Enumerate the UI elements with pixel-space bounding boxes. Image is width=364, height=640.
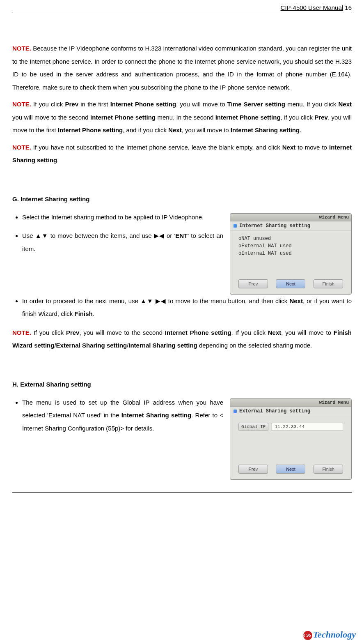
prev-button[interactable]: Prev — [238, 465, 268, 474]
note-label: NOTE. — [12, 144, 31, 151]
wizard-menu-title: Wizard Menu — [230, 214, 351, 221]
finish-button[interactable]: Finish — [314, 465, 343, 474]
list-item: In order to proceed to the next menu, us… — [22, 295, 352, 320]
global-ip-label: Global IP — [238, 423, 268, 431]
brand-logo: C&ITechnology — [303, 629, 356, 640]
section-h-title: H. External Sharing setting — [12, 381, 352, 388]
note-3: NOTE. If you have not subscribed to the … — [12, 141, 352, 167]
note-label: NOTE. — [12, 45, 31, 52]
dialog-heading: External Sharing setting — [230, 407, 351, 416]
manual-title: CIP-4500 User Manual — [281, 4, 343, 11]
prev-button[interactable]: Prev — [238, 279, 268, 288]
next-button[interactable]: Next — [276, 279, 305, 288]
option-internal-nat[interactable]: oInternal NAT used — [238, 250, 343, 257]
dialog-heading: Internet Sharing setting — [230, 221, 351, 231]
list-item: Use ▲▼ to move between the items, and us… — [22, 229, 223, 255]
logo-icon: C&I — [303, 631, 312, 640]
note-label: NOTE. — [12, 329, 31, 336]
page-number: 16 — [345, 4, 352, 11]
internet-sharing-screenshot: Wizard Menu Internet Sharing setting oNA… — [230, 213, 352, 295]
list-item: The menu is used to set up the Global IP… — [22, 396, 223, 435]
bullet-icon — [234, 224, 237, 228]
logo-text: Technology — [313, 629, 356, 640]
section-g-note: NOTE. If you click Prev, you will move t… — [12, 326, 352, 352]
external-sharing-screenshot: Wizard Menu External Sharing setting Glo… — [230, 398, 352, 480]
page-header: CIP-4500 User Manual 16 — [12, 4, 352, 13]
wizard-menu-title: Wizard Menu — [230, 399, 351, 407]
option-nat-unused[interactable]: oNAT unused — [238, 235, 343, 242]
note-2: NOTE. If you click Prev in the first Int… — [12, 98, 352, 137]
section-g-title: G. Internet Sharing setting — [12, 196, 352, 203]
note-label: NOTE. — [12, 101, 31, 108]
option-external-nat[interactable]: oExternal NAT used — [238, 242, 343, 250]
next-button[interactable]: Next — [276, 465, 305, 474]
list-item: Select the Internet sharing method to be… — [22, 211, 223, 224]
global-ip-field[interactable]: 11.22.33.44 — [272, 423, 343, 431]
footer-divider — [12, 492, 352, 493]
note-1: NOTE. Because the IP Videophone conforms… — [12, 42, 352, 94]
finish-button[interactable]: Finish — [314, 279, 343, 288]
bullet-icon — [234, 410, 237, 413]
